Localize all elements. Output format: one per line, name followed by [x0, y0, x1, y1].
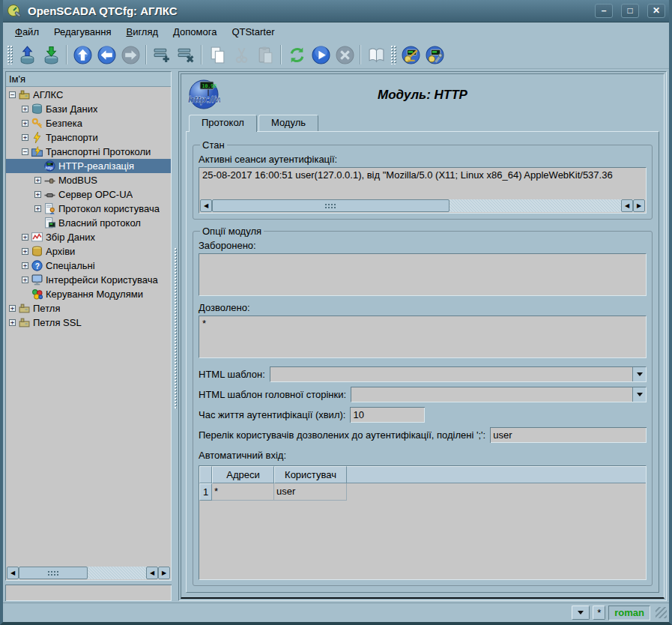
- menu-view[interactable]: Вигляд: [118, 24, 166, 40]
- tree-column-header[interactable]: Ім'я: [6, 72, 171, 87]
- tree-item-user-interfaces[interactable]: + Інтерфейси Користувача: [6, 273, 171, 287]
- expand-expander-icon[interactable]: +: [34, 205, 41, 212]
- go-forward-icon[interactable]: [119, 43, 142, 66]
- menu-qtstarter[interactable]: QTStarter: [224, 24, 282, 40]
- scroll-left-icon[interactable]: ◀: [7, 567, 19, 579]
- tree-item-specials[interactable]: + ? Спеціальні: [6, 259, 171, 273]
- tree-item-loop-ssl[interactable]: + Петля SSL: [6, 315, 171, 330]
- toolbar-handle[interactable]: [7, 45, 13, 64]
- scroll-left-icon[interactable]: ◀: [621, 199, 633, 212]
- maximize-button[interactable]: □: [621, 4, 639, 18]
- tree-item-aglks[interactable]: − АГЛКС: [6, 88, 171, 102]
- station-icon: [19, 89, 30, 100]
- http-icon: http: [44, 160, 55, 172]
- column-header-address[interactable]: Адреси: [212, 466, 274, 483]
- tab-module[interactable]: Модуль: [258, 115, 318, 131]
- expand-expander-icon[interactable]: +: [22, 248, 28, 255]
- collapse-expander-icon[interactable]: −: [9, 91, 16, 98]
- add-item-icon[interactable]: [151, 43, 173, 66]
- qtstarter-config-icon[interactable]: [399, 43, 422, 66]
- refresh-icon[interactable]: [285, 43, 308, 66]
- expand-expander-icon[interactable]: +: [34, 177, 41, 184]
- chevron-down-icon[interactable]: [632, 367, 646, 381]
- go-back-icon[interactable]: [95, 43, 118, 66]
- expand-expander-icon[interactable]: +: [22, 120, 28, 127]
- svg-text:10.98: 10.98: [202, 83, 217, 89]
- expand-expander-icon[interactable]: +: [22, 106, 28, 112]
- tree-item-opc-ua[interactable]: + Сервер OPC-UA: [6, 187, 171, 202]
- start-icon[interactable]: [309, 43, 332, 66]
- column-header-user[interactable]: Користувач: [274, 466, 347, 483]
- tree-item-security[interactable]: + Безпека: [6, 116, 171, 130]
- menu-help[interactable]: Допомога: [166, 24, 224, 40]
- tab-protocol[interactable]: Протокол: [189, 115, 257, 132]
- stop-icon[interactable]: [333, 43, 356, 66]
- qtstarter-launch-icon[interactable]: [423, 43, 446, 66]
- tree-item-databases[interactable]: + Бази Даних: [6, 102, 171, 116]
- chevron-down-icon[interactable]: [632, 387, 646, 402]
- expand-expander-icon[interactable]: +: [9, 305, 16, 312]
- tree-item-modbus[interactable]: + ModBUS: [6, 173, 171, 187]
- expand-expander-icon[interactable]: +: [34, 191, 41, 198]
- expand-expander-icon[interactable]: +: [22, 262, 28, 269]
- table-corner-cell[interactable]: [199, 466, 212, 483]
- toolbar-separator: [280, 45, 282, 64]
- scroll-left-icon[interactable]: ◀: [200, 199, 212, 212]
- toolbar-separator: [201, 45, 202, 64]
- tree-item-label: АГЛКС: [33, 89, 63, 100]
- main-page-template-combobox[interactable]: [351, 387, 647, 402]
- svg-text:?: ?: [35, 262, 40, 271]
- remove-item-icon[interactable]: [175, 43, 197, 66]
- sessions-horizontal-scrollbar[interactable]: ◀ ◀ ▶: [200, 199, 645, 212]
- tree-item-archives[interactable]: + Архіви: [6, 244, 171, 259]
- tree-item-label: Керування Модулями: [46, 289, 143, 300]
- cut-icon[interactable]: [230, 43, 252, 66]
- expand-expander-icon[interactable]: +: [22, 277, 28, 283]
- copy-icon[interactable]: [206, 43, 228, 66]
- resize-grip[interactable]: [656, 607, 667, 618]
- toolbar-handle[interactable]: [390, 45, 396, 64]
- auth-lifetime-input[interactable]: [350, 407, 425, 423]
- cell-address[interactable]: *: [212, 483, 274, 501]
- tree-item-transport-protocols[interactable]: − Транспортні Протоколи: [6, 145, 171, 159]
- go-up-icon[interactable]: [71, 43, 94, 66]
- tree-item-own-protocol[interactable]: Власний протокол: [6, 216, 171, 230]
- collapse-expander-icon[interactable]: −: [22, 148, 28, 155]
- scroll-left-icon[interactable]: ◀: [146, 567, 158, 579]
- scrollbar-thumb[interactable]: [19, 567, 88, 579]
- row-header[interactable]: 1: [199, 483, 212, 501]
- save-db-icon[interactable]: [40, 43, 62, 66]
- denied-textarea[interactable]: [199, 253, 647, 296]
- minimize-button[interactable]: –: [595, 4, 613, 18]
- tree-item-loop[interactable]: + Петля: [6, 301, 171, 315]
- scroll-right-icon[interactable]: ▶: [633, 199, 645, 212]
- load-db-icon[interactable]: [16, 43, 38, 66]
- scroll-right-icon[interactable]: ▶: [158, 567, 170, 579]
- allowed-textarea[interactable]: *: [199, 315, 647, 358]
- paste-icon[interactable]: [254, 43, 276, 66]
- splitter-handle[interactable]: [172, 71, 178, 601]
- tree-item-module-management[interactable]: Керування Модулями: [6, 287, 171, 301]
- manual-icon[interactable]: [365, 43, 387, 66]
- html-template-combobox[interactable]: [270, 366, 647, 382]
- opc-ua-icon: [44, 189, 55, 200]
- tree-item-daq[interactable]: + Збір Даних: [6, 230, 171, 244]
- allowed-users-input[interactable]: [490, 427, 647, 443]
- close-button[interactable]: ✕: [647, 4, 665, 18]
- scrollbar-thumb[interactable]: [212, 199, 449, 212]
- expand-expander-icon[interactable]: +: [22, 134, 28, 141]
- expand-expander-icon[interactable]: +: [22, 234, 28, 241]
- cell-user[interactable]: user: [274, 483, 347, 501]
- expand-expander-icon[interactable]: +: [9, 319, 16, 326]
- modified-indicator-button[interactable]: *: [593, 606, 605, 620]
- tree-item-transports[interactable]: + Транспорти: [6, 130, 171, 145]
- status-dropdown-button[interactable]: [572, 606, 590, 620]
- sessions-textarea[interactable]: 25-08-2017 16:00:51 user(127.0.0.1), від…: [199, 167, 647, 214]
- menu-file[interactable]: Файл: [7, 24, 46, 40]
- tree-item-user-protocol[interactable]: + Протокол користувача: [6, 202, 171, 216]
- tree-item-http[interactable]: http HTTP-реалізація: [6, 159, 171, 173]
- tree-horizontal-scrollbar[interactable]: ◀ ◀ ▶: [7, 567, 170, 579]
- menu-edit[interactable]: Редагування: [46, 24, 119, 40]
- table-empty-area[interactable]: [199, 501, 646, 579]
- tree-search-input[interactable]: [5, 585, 172, 601]
